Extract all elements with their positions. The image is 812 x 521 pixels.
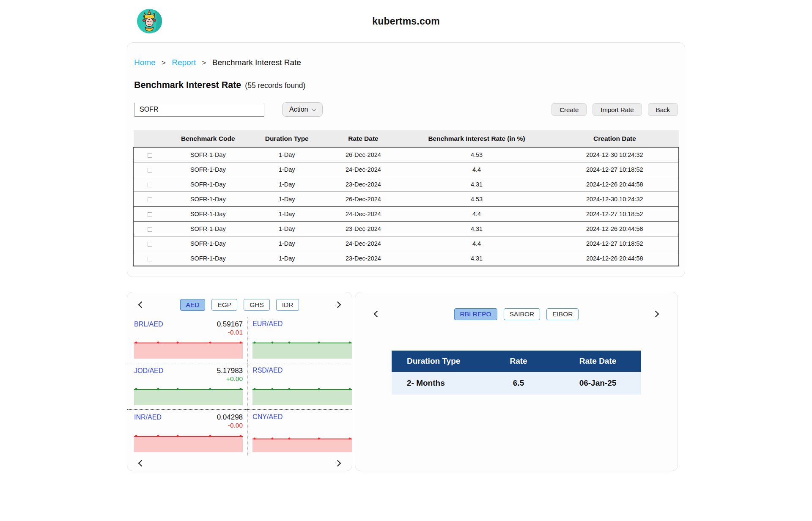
cell-duration-type: 1-Day: [250, 148, 324, 162]
row-checkbox[interactable]: [148, 242, 152, 247]
benchmark-table-row: 2- Months 6.5 06-Jan-25: [392, 372, 641, 395]
sparkline-chart: [134, 433, 243, 452]
cell-creation-date: 2024-12-26 20:44:58: [551, 177, 678, 192]
fx-tiles-grid: BRL/AED 0.59167 -0.01 EUR/AED: [127, 317, 352, 456]
cell-rate: 4.31: [403, 177, 551, 192]
cell-rate: 4.4: [403, 207, 551, 222]
fx-tile-inr-aed[interactable]: INR/AED 0.04298 -0.00: [127, 410, 247, 456]
cell-benchmark-code: SOFR-1-Day: [167, 222, 250, 236]
row-checkbox[interactable]: [148, 212, 152, 217]
table-row: SOFR-1-Day 1-Day 23-Dec-2024 4.31 2024-1…: [134, 177, 679, 192]
create-button[interactable]: Create: [551, 103, 587, 116]
pair-label: EUR/AED: [252, 320, 283, 328]
row-checkbox[interactable]: [148, 227, 152, 232]
cell-rate: 4.4: [403, 236, 551, 251]
table-row: SOFR-1-Day 1-Day 23-Dec-2024 4.31 2024-1…: [134, 222, 679, 236]
bm-cell-rate-date: 06-Jan-25: [554, 372, 641, 395]
chevron-left-icon: [138, 301, 145, 308]
tab-saibor[interactable]: SAIBOR: [504, 308, 540, 320]
table-row: SOFR-1-Day 1-Day 24-Dec-2024 4.4 2024-12…: [134, 162, 679, 177]
bm-cell-duration: 2- Months: [392, 372, 483, 395]
cell-rate-date: 23-Dec-2024: [324, 251, 402, 266]
fx-tile-jod-aed[interactable]: JOD/AED 5.17983 +0.00: [127, 363, 247, 410]
row-checkbox[interactable]: [148, 168, 152, 173]
cell-creation-date: 2024-12-30 10:24:32: [551, 148, 678, 162]
cell-benchmark-code: SOFR-1-Day: [167, 251, 250, 266]
cell-benchmark-code: SOFR-1-Day: [167, 148, 250, 162]
cell-rate-date: 23-Dec-2024: [324, 177, 402, 192]
pair-value: 5.17983: [217, 367, 243, 375]
fx-prev-button-bottom[interactable]: [137, 459, 145, 469]
pair-change: [252, 328, 352, 337]
header-creation-date: Creation Date: [551, 130, 678, 148]
tab-ghs[interactable]: GHS: [244, 299, 270, 311]
chevron-right-icon: [653, 310, 659, 317]
cell-creation-date: 2024-12-27 10:18:52: [551, 162, 678, 177]
cell-rate: 4.31: [403, 251, 551, 266]
cell-rate-date: 24-Dec-2024: [324, 162, 402, 177]
header-duration-type: Duration Type: [250, 130, 324, 148]
cell-rate: 4.31: [403, 222, 551, 236]
bm-header-rate-date: Rate Date: [554, 351, 641, 372]
breadcrumb-separator: >: [202, 59, 206, 67]
table-row: SOFR-1-Day 1-Day 26-Dec-2024 4.53 2024-1…: [134, 148, 679, 162]
cell-creation-date: 2024-12-27 10:18:52: [551, 236, 678, 251]
cell-creation-date: 2024-12-30 10:24:32: [551, 192, 678, 207]
tab-idr[interactable]: IDR: [276, 299, 299, 311]
bm-cell-rate: 6.5: [483, 372, 554, 395]
tab-aed[interactable]: AED: [180, 299, 206, 311]
cell-benchmark-code: SOFR-1-Day: [167, 177, 250, 192]
row-checkbox[interactable]: [148, 197, 152, 202]
import-rate-button[interactable]: Import Rate: [593, 103, 642, 116]
cell-creation-date: 2024-12-27 10:18:52: [551, 207, 678, 222]
back-button[interactable]: Back: [648, 103, 678, 116]
tab-egp[interactable]: EGP: [211, 299, 237, 311]
breadcrumb-separator: >: [162, 59, 166, 67]
cell-benchmark-code: SOFR-1-Day: [167, 236, 250, 251]
cell-creation-date: 2024-12-26 20:44:58: [551, 251, 678, 266]
cell-duration-type: 1-Day: [250, 236, 324, 251]
pair-label: RSD/AED: [252, 367, 283, 374]
chevron-left-icon: [138, 460, 145, 467]
fx-tile-rsd-aed[interactable]: RSD/AED: [247, 363, 352, 410]
cell-rate: 4.4: [403, 162, 551, 177]
benchmark-rates-panel: RBI REPO SAIBOR EIBOR Duration Type Rate…: [355, 292, 678, 471]
cell-duration-type: 1-Day: [250, 207, 324, 222]
chevron-right-icon: [335, 301, 341, 308]
cell-benchmark-code: SOFR-1-Day: [167, 192, 250, 207]
fx-prev-button[interactable]: [137, 300, 145, 310]
bottom-panels: AED EGP GHS IDR BRL/AED 0.59167 -0.01: [127, 292, 685, 471]
row-checkbox[interactable]: [148, 153, 152, 158]
tab-rbi-repo[interactable]: RBI REPO: [454, 308, 497, 320]
breadcrumb-home-link[interactable]: Home: [134, 58, 156, 67]
pair-change: [252, 421, 352, 431]
action-dropdown[interactable]: Action: [282, 102, 323, 117]
row-checkbox[interactable]: [148, 257, 152, 261]
breadcrumb-report-link[interactable]: Report: [172, 58, 196, 67]
pair-change: [252, 374, 352, 384]
tab-eibor[interactable]: EIBOR: [546, 308, 579, 320]
fx-tile-brl-aed[interactable]: BRL/AED 0.59167 -0.01: [127, 317, 247, 363]
fx-tile-cny-aed[interactable]: CNY/AED: [247, 410, 352, 456]
row-checkbox[interactable]: [148, 183, 152, 187]
fx-next-button-bottom[interactable]: [334, 459, 342, 469]
breadcrumb-current: Benchmark Interest Rate: [212, 58, 301, 67]
header-checkbox-column: [134, 130, 167, 148]
page-title-row: Benchmark Interest Rate (55 records foun…: [134, 80, 678, 90]
sparkline-chart: [134, 387, 243, 405]
page-root: kubertms.com Home > Report > Benchmark I…: [0, 0, 812, 521]
pair-change: -0.00: [134, 422, 243, 431]
fx-tile-eur-aed[interactable]: EUR/AED: [247, 317, 352, 363]
benchmark-next-button[interactable]: [652, 310, 660, 319]
search-input[interactable]: [134, 103, 264, 117]
pair-label: INR/AED: [134, 414, 162, 421]
rates-table-header: Benchmark Code Duration Type Rate Date B…: [134, 130, 679, 148]
header-benchmark-code: Benchmark Code: [167, 130, 250, 148]
cell-duration-type: 1-Day: [250, 251, 324, 266]
bm-header-rate: Rate: [483, 351, 554, 372]
benchmark-prev-button[interactable]: [373, 310, 381, 319]
breadcrumb: Home > Report > Benchmark Interest Rate: [133, 58, 679, 67]
bm-header-duration-type: Duration Type: [392, 351, 483, 372]
pair-value: 0.59167: [217, 320, 243, 329]
fx-next-button[interactable]: [334, 300, 342, 310]
